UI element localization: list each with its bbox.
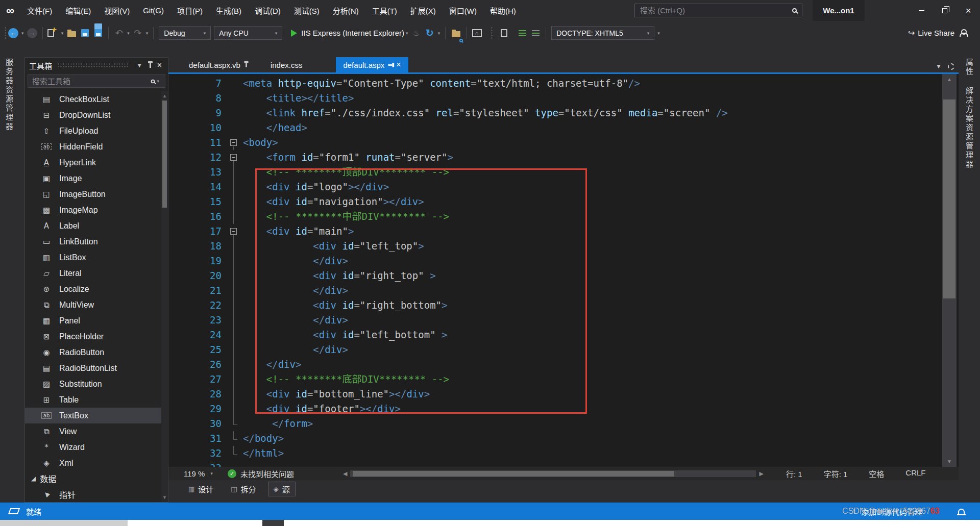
- toolbox-item-radiobuttonlist[interactable]: ▤RadioButtonList: [25, 360, 161, 376]
- menu-item-10[interactable]: 扩展(X): [404, 0, 443, 21]
- minimize-button[interactable]: [910, 0, 933, 21]
- comment-lines-button[interactable]: [530, 26, 541, 41]
- fold-collapse-icon[interactable]: −: [230, 139, 237, 146]
- code-line-7[interactable]: 7<meta http-equiv="Content-Type" content…: [168, 76, 940, 91]
- code-line-30[interactable]: 30 </form>: [168, 416, 940, 431]
- toolbar-grip[interactable]: [4, 27, 7, 40]
- solution-explorer-tab[interactable]: 解决方案资源管理器: [964, 87, 974, 169]
- indent-mode[interactable]: 空格: [869, 468, 884, 479]
- horizontal-scroll-thumb[interactable]: [353, 471, 674, 477]
- document-list-chevron-icon[interactable]: ▼: [936, 63, 942, 70]
- toolbox-item-imagemap[interactable]: ▩ImageMap: [25, 202, 161, 218]
- fold-margin[interactable]: −: [225, 135, 243, 150]
- code-line-11[interactable]: 11−<body>: [168, 135, 940, 150]
- fold-margin[interactable]: −: [225, 150, 243, 165]
- restore-button[interactable]: [933, 0, 957, 21]
- toolbox-item-table[interactable]: ⊞Table: [25, 392, 161, 408]
- toolbox-search-box[interactable]: ▾: [28, 74, 165, 88]
- fold-collapse-icon[interactable]: −: [230, 228, 237, 235]
- toolbox-item-multiview[interactable]: ⧉MultiView: [25, 297, 161, 313]
- toolbox-item-placeholder[interactable]: ⊠PlaceHolder: [25, 329, 161, 344]
- toolbox-item-image[interactable]: ▣Image: [25, 170, 161, 186]
- toolbox-close-icon[interactable]: ×: [155, 61, 164, 70]
- eol-mode[interactable]: CRLF: [905, 468, 925, 479]
- tab-default.aspx.vb[interactable]: default.aspx.vb: [182, 57, 254, 72]
- toolbar-overflow[interactable]: ▾: [656, 31, 662, 36]
- menu-item-0[interactable]: 文件(F): [20, 0, 59, 21]
- scroll-up-icon[interactable]: ▲: [942, 77, 957, 82]
- navigate-back-button[interactable]: ←: [8, 26, 19, 41]
- toolbox-scroll-up-icon[interactable]: ▲: [161, 93, 168, 98]
- save-all-button[interactable]: [92, 26, 104, 41]
- code-line-12[interactable]: 12− <form id="form1" runat="server">: [168, 150, 940, 165]
- zoom-selector[interactable]: 119 % ▾: [184, 469, 228, 478]
- notifications-bell-icon[interactable]: [958, 509, 965, 514]
- background-tasks-icon[interactable]: [8, 508, 20, 514]
- toolbar-grip-2[interactable]: [491, 27, 493, 40]
- navigate-forward-button[interactable]: →: [27, 26, 38, 41]
- toolbox-group-data[interactable]: ◢数据: [25, 471, 161, 486]
- start-debug-icon[interactable]: [291, 30, 297, 37]
- toolbox-item-xml[interactable]: ◈Xml: [25, 455, 161, 471]
- undo-button[interactable]: ↶: [113, 26, 125, 41]
- code-line-33[interactable]: 33: [168, 461, 940, 467]
- horizontal-scrollbar[interactable]: [350, 470, 756, 477]
- close-button[interactable]: ×: [957, 0, 980, 21]
- document-outline-button[interactable]: [498, 26, 509, 41]
- new-file-dropdown[interactable]: ▾: [60, 31, 65, 36]
- menu-item-4[interactable]: 项目(P): [170, 0, 209, 21]
- toolbox-item-dropdownlist[interactable]: ⊟DropDownList: [25, 107, 161, 123]
- toolbox-item-checkboxlist[interactable]: ▤CheckBoxList: [25, 91, 161, 107]
- hscroll-right-icon[interactable]: ▶: [759, 470, 763, 477]
- toolbox-item-textbox[interactable]: abTextBox: [25, 408, 161, 423]
- find-in-files-button[interactable]: [450, 26, 461, 41]
- redo-dropdown[interactable]: ▾: [144, 31, 150, 36]
- toolbox-item-literal[interactable]: ▱Literal: [25, 265, 161, 281]
- code-line-8[interactable]: 8 <title></title>: [168, 91, 940, 106]
- code-editor[interactable]: 7<meta http-equiv="Content-Type" content…: [168, 74, 959, 467]
- redo-button[interactable]: ↷: [132, 26, 143, 41]
- tab-index.css[interactable]: index.css: [263, 57, 310, 72]
- tabstrip-settings-icon[interactable]: [948, 63, 954, 70]
- toolbox-item-localize[interactable]: ⊛Localize: [25, 281, 161, 297]
- hscroll-left-icon[interactable]: ◀: [343, 470, 347, 477]
- code-line-9[interactable]: 9 <link href="./css/index.css" rel="styl…: [168, 106, 940, 120]
- doctype-dropdown[interactable]: DOCTYPE: XHTML5▾: [551, 26, 654, 40]
- refresh-icon[interactable]: ↻: [424, 26, 435, 41]
- server-explorer-tab[interactable]: 服务器资源管理器: [4, 58, 14, 132]
- toolbox-scroll-thumb[interactable]: [162, 101, 167, 208]
- menu-item-6[interactable]: 调试(D): [248, 0, 287, 21]
- toolbox-search-input[interactable]: [32, 77, 151, 86]
- toolbox-item-panel[interactable]: ▦Panel: [25, 313, 161, 329]
- toolbox-pin-icon[interactable]: [150, 63, 151, 68]
- refresh-dropdown[interactable]: ▾: [436, 31, 442, 36]
- toolbox-item-linkbutton[interactable]: ▭LinkButton: [25, 234, 161, 249]
- toolbox-item-fileupload[interactable]: ⇧FileUpload: [25, 123, 161, 139]
- menu-item-8[interactable]: 分析(N): [326, 0, 365, 21]
- menu-item-7[interactable]: 测试(S): [287, 0, 326, 21]
- format-document-button[interactable]: [517, 26, 528, 41]
- menu-item-1[interactable]: 编辑(E): [59, 0, 97, 21]
- toolbox-item-label[interactable]: ALabel: [25, 218, 161, 234]
- menu-item-3[interactable]: Git(G): [136, 0, 170, 21]
- toolbox-item-view[interactable]: ⧉View: [25, 423, 161, 439]
- feedback-person-icon[interactable]: [960, 29, 968, 37]
- toolbox-item-wizard[interactable]: *Wizard: [25, 439, 161, 455]
- back-dropdown[interactable]: ▾: [20, 31, 26, 36]
- toolbox-item-radiobutton[interactable]: ◉RadioButton: [25, 344, 161, 360]
- code-line-32[interactable]: 32</html>: [168, 446, 940, 461]
- menu-item-9[interactable]: 工具(T): [365, 0, 404, 21]
- tab-split[interactable]: ◫拆分: [225, 482, 261, 496]
- toolbox-item-pointer[interactable]: ▶指针: [25, 486, 161, 502]
- hot-reload-icon[interactable]: ♨: [411, 26, 422, 41]
- editor-vertical-scrollbar[interactable]: ▲ ▼: [942, 74, 957, 467]
- tab-default.aspx[interactable]: default.aspx×: [336, 57, 408, 72]
- undo-dropdown[interactable]: ▾: [126, 31, 131, 36]
- vertical-scroll-thumb[interactable]: [943, 99, 955, 298]
- tab-design[interactable]: ▦设计: [183, 482, 219, 496]
- menu-item-5[interactable]: 生成(B): [209, 0, 248, 21]
- run-target-dropdown[interactable]: ▾: [404, 31, 410, 36]
- scroll-down-icon[interactable]: ▼: [942, 459, 957, 464]
- toolbox-item-listbox[interactable]: ▥ListBox: [25, 249, 161, 265]
- menu-item-12[interactable]: 帮助(H): [483, 0, 523, 21]
